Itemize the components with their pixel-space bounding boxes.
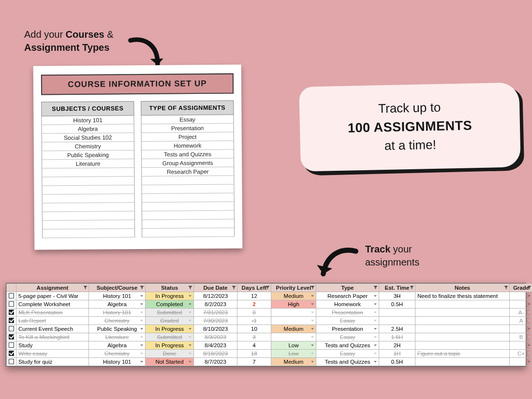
cell-type[interactable]: Research Paper <box>316 292 379 300</box>
cell-subject[interactable]: Literature <box>89 333 146 341</box>
cell-notes[interactable]: Figure out a topic <box>415 350 510 358</box>
cell-type[interactable]: Presentation <box>316 325 379 333</box>
row-checkbox[interactable] <box>7 300 16 309</box>
col-notes[interactable]: Notes <box>415 284 510 292</box>
cell-type[interactable]: Presentation <box>316 309 379 317</box>
cell-assignment[interactable]: Current Event Speech <box>16 325 89 333</box>
cell-status[interactable]: Not Started <box>146 358 194 366</box>
list-item[interactable] <box>142 211 234 220</box>
cell-notes[interactable] <box>415 300 510 309</box>
row-checkbox[interactable] <box>7 317 16 325</box>
cell-subject[interactable]: History 101 <box>89 358 146 366</box>
cell-status[interactable]: Submitted <box>146 309 194 317</box>
list-item[interactable] <box>142 176 234 185</box>
col-grade[interactable]: Grade <box>510 284 532 292</box>
cell-subject[interactable]: Public Speaking <box>89 325 146 333</box>
col-est[interactable]: Est. Time <box>379 284 415 292</box>
list-item[interactable] <box>43 220 134 229</box>
cell-priority[interactable] <box>271 309 316 317</box>
list-item[interactable]: Algebra <box>42 124 134 133</box>
list-item[interactable]: Group Assignments <box>142 159 234 168</box>
cell-est[interactable]: 0.5H <box>379 358 415 366</box>
col-priority[interactable]: Priority Level <box>271 284 316 292</box>
cell-type[interactable]: Essay <box>316 317 379 325</box>
cell-due[interactable]: 8/12/2023 <box>194 292 237 300</box>
cell-status[interactable]: In Progress <box>146 292 194 300</box>
list-item[interactable]: Research Paper <box>142 167 234 177</box>
cell-grade[interactable]: A- <box>510 309 532 317</box>
col-daysleft[interactable]: Days Left <box>237 284 271 292</box>
row-checkbox[interactable] <box>7 325 16 333</box>
cell-notes[interactable] <box>415 358 510 366</box>
list-item[interactable]: Homework <box>142 141 234 150</box>
cell-priority[interactable]: Low <box>271 341 316 350</box>
cell-priority[interactable] <box>271 333 316 341</box>
cell-due[interactable]: 8/4/2023 <box>194 341 237 350</box>
cell-assignment[interactable]: Write essay <box>16 350 89 358</box>
col-subject[interactable]: Subject/Course <box>89 284 146 292</box>
cell-status[interactable]: In Progress <box>146 341 194 350</box>
cell-grade[interactable]: C+ <box>510 350 532 358</box>
cell-due[interactable]: 8/7/2023 <box>194 358 237 366</box>
list-item[interactable]: Essay <box>141 115 233 124</box>
list-item[interactable]: Social Studies 102 <box>42 133 134 142</box>
cell-grade[interactable]: B <box>510 333 532 341</box>
cell-priority[interactable]: Medium <box>271 292 316 300</box>
cell-grade[interactable]: A <box>510 317 532 325</box>
cell-subject[interactable]: Algebra <box>89 341 146 350</box>
cell-assignment[interactable]: 5-page paper - Civil War <box>16 292 89 300</box>
cell-type[interactable]: Tests and Quizzes <box>316 358 379 366</box>
list-item[interactable] <box>43 203 134 212</box>
cell-type[interactable]: Tests and Quizzes <box>316 341 379 350</box>
cell-est[interactable] <box>379 309 415 317</box>
cell-subject[interactable]: Chemistry <box>89 350 146 358</box>
col-due[interactable]: Due Date <box>194 284 237 292</box>
cell-est[interactable]: 2.5H <box>379 325 415 333</box>
col-status[interactable]: Status <box>146 284 194 292</box>
cell-subject[interactable]: Algebra <box>89 300 146 309</box>
cell-est[interactable]: 2H <box>379 341 415 350</box>
cell-est[interactable]: 1.5H <box>379 333 415 341</box>
cell-notes[interactable] <box>415 341 510 350</box>
list-item[interactable]: Tests and Quizzes <box>142 150 234 159</box>
cell-status[interactable]: Done <box>146 350 194 358</box>
cell-notes[interactable] <box>415 325 510 333</box>
cell-assignment[interactable]: Complete Worksheet <box>16 300 89 309</box>
row-checkbox[interactable] <box>7 333 16 341</box>
cell-grade[interactable] <box>510 292 532 300</box>
cell-assignment[interactable]: To Kill a Mockingbird <box>16 333 89 341</box>
list-item[interactable] <box>42 185 134 194</box>
cell-due[interactable]: 8/3/2023 <box>194 333 237 341</box>
list-item[interactable] <box>142 220 234 229</box>
list-item[interactable] <box>43 229 134 238</box>
cell-type[interactable]: Essay <box>316 333 379 341</box>
cell-due[interactable]: 7/31/2023 <box>194 309 237 317</box>
col-checkbox[interactable] <box>7 284 16 292</box>
cell-status[interactable]: In Progress <box>146 325 194 333</box>
cell-type[interactable]: Essay <box>316 350 379 358</box>
cell-est[interactable]: 1H <box>379 350 415 358</box>
list-item[interactable]: Public Speaking <box>42 150 134 160</box>
cell-grade[interactable] <box>510 325 532 333</box>
cell-notes[interactable] <box>415 333 510 341</box>
row-checkbox[interactable] <box>7 292 16 300</box>
cell-due[interactable]: 7/30/2023 <box>194 317 237 325</box>
cell-assignment[interactable]: Lab Report <box>16 317 89 325</box>
row-checkbox[interactable] <box>7 341 16 350</box>
cell-notes[interactable]: Need to finalize thesis statement <box>415 292 510 300</box>
cell-grade[interactable] <box>510 341 532 350</box>
cell-subject[interactable]: History 101 <box>89 309 146 317</box>
cell-due[interactable]: 8/2/2023 <box>194 300 237 309</box>
cell-priority[interactable]: Medium <box>271 325 316 333</box>
cell-est[interactable]: 0.5H <box>379 300 415 309</box>
cell-type[interactable]: Homework <box>316 300 379 309</box>
cell-subject[interactable]: History 101 <box>89 292 146 300</box>
cell-status[interactable]: Completed <box>146 300 194 309</box>
cell-est[interactable] <box>379 317 415 325</box>
cell-priority[interactable]: Low <box>271 350 316 358</box>
cell-grade[interactable] <box>510 300 532 309</box>
cell-status[interactable]: Graded <box>146 317 194 325</box>
list-item[interactable] <box>142 193 234 203</box>
cell-priority[interactable] <box>271 317 316 325</box>
list-item[interactable] <box>43 211 134 221</box>
